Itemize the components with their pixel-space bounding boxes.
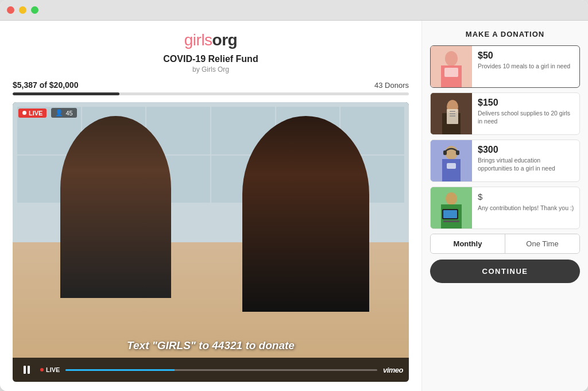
vimeo-logo: vimeo (383, 366, 403, 374)
maximize-button[interactable] (31, 6, 38, 14)
video-badges: LIVE 👤 45 (18, 108, 77, 118)
one-time-button[interactable]: One Time (505, 234, 579, 253)
custom-description: Any contribution helps! Thank you :) (478, 204, 580, 212)
svg-rect-3 (444, 68, 458, 77)
girl-laptop-image (431, 187, 472, 229)
custom-amount-input[interactable] (485, 192, 580, 202)
pause-button[interactable] (18, 362, 34, 378)
donation-image-150 (431, 93, 472, 134)
live-text-control: LIVE (40, 366, 60, 373)
svg-point-12 (445, 146, 458, 160)
video-scene: Text "GIRLS" to 44321 to donate (13, 102, 409, 382)
frequency-selector: Monthly One Time (430, 234, 580, 254)
donation-info-50: $50 Provides 10 meals to a girl in need (472, 46, 579, 87)
donation-option-150[interactable]: $150 Delivers school supplies to 20 girl… (430, 92, 580, 135)
svg-point-1 (445, 51, 458, 66)
video-progress-bar[interactable] (65, 369, 377, 371)
donation-amount-300: $300 (478, 145, 574, 155)
video-progress-fill (65, 369, 175, 371)
person-left (60, 116, 171, 298)
svg-rect-21 (443, 210, 457, 218)
svg-rect-15 (456, 150, 459, 155)
video-overlay-text: Text "GIRLS" to 44321 to donate (13, 339, 409, 352)
donation-option-50[interactable]: $50 Provides 10 meals to a girl in need (430, 45, 580, 88)
donation-option-300[interactable]: $300 Brings virtual education opportunit… (430, 140, 580, 182)
pause-icon (24, 366, 30, 374)
girl-headphones-image (431, 140, 472, 181)
viewers-badge: 👤 45 (51, 108, 76, 118)
donation-amount-50: $50 (478, 51, 574, 61)
live-dot-icon (22, 111, 26, 115)
monthly-button[interactable]: Monthly (431, 234, 505, 253)
donation-title: MAKE A DONATION (430, 30, 580, 38)
content-area: girlsorg COVID-19 Relief Fund by Girls O… (0, 21, 588, 391)
donation-amount-150: $150 (478, 98, 574, 108)
custom-input-area: $ USD Any contribution helps! Thank you … (472, 187, 580, 229)
campaign-title: COVID-19 Relief Fund (13, 54, 409, 64)
progress-bar (13, 92, 409, 95)
live-dot-ctrl-icon (40, 368, 44, 371)
video-container[interactable]: Text "GIRLS" to 44321 to donate LIVE 👤 4… (13, 102, 409, 382)
girl-reading-image (431, 46, 472, 87)
svg-rect-14 (443, 150, 447, 155)
donation-info-150: $150 Delivers school supplies to 20 girl… (472, 93, 579, 134)
donation-info-300: $300 Brings virtual education opportunit… (472, 140, 579, 181)
donors-count: 43 Donors (374, 81, 409, 90)
progress-row: $5,387 of $20,000 43 Donors (13, 80, 409, 90)
live-badge: LIVE (18, 109, 47, 118)
logo-area: girlsorg (13, 31, 409, 49)
left-panel: girlsorg COVID-19 Relief Fund by Girls O… (0, 21, 421, 391)
svg-rect-13 (442, 159, 461, 181)
dollar-sign: $ (478, 192, 482, 202)
person-right (242, 116, 369, 312)
donation-image-50 (431, 46, 472, 87)
close-button[interactable] (7, 6, 14, 14)
donation-desc-300: Brings virtual education opportunities t… (478, 156, 574, 172)
custom-amount-row: $ USD (478, 192, 580, 202)
minimize-button[interactable] (19, 6, 26, 14)
titlebar (0, 0, 588, 21)
donation-desc-50: Provides 10 meals to a girl in need (478, 62, 574, 70)
donation-desc-150: Delivers school supplies to 20 girls in … (478, 109, 574, 125)
app-window: girlsorg COVID-19 Relief Fund by Girls O… (0, 0, 588, 391)
girl-book-image (431, 93, 472, 134)
svg-rect-16 (447, 163, 456, 169)
donation-option-custom[interactable]: $ USD Any contribution helps! Thank you … (430, 187, 580, 229)
campaign-by: by Girls Org (13, 65, 409, 73)
right-panel: MAKE A DONATION $50 Provides 1 (421, 21, 588, 391)
svg-point-18 (446, 192, 457, 205)
progress-amount: $5,387 of $20,000 (13, 80, 78, 90)
progress-bar-fill (13, 92, 119, 95)
logo-girls: girls (184, 31, 212, 49)
svg-rect-22 (443, 220, 459, 222)
donation-image-custom (431, 187, 472, 229)
logo: girlsorg (184, 31, 237, 49)
video-controls: LIVE vimeo (13, 358, 409, 382)
continue-button[interactable]: CONTINUE (430, 260, 580, 283)
donation-image-300 (431, 140, 472, 181)
logo-org: org (212, 31, 238, 49)
person-icon: 👤 (55, 109, 63, 117)
